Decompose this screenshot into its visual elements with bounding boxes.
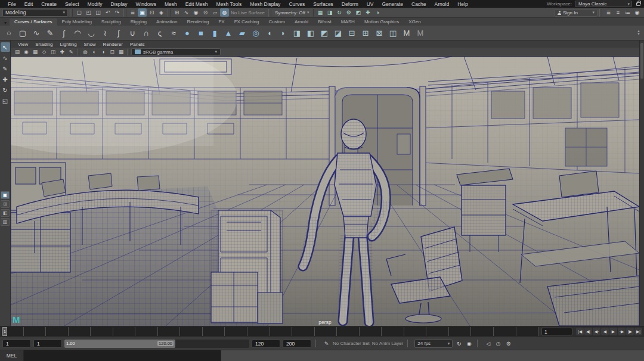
render-current-frame-icon[interactable]: ◨	[325, 8, 334, 17]
command-input[interactable]	[24, 350, 221, 361]
shelf-tab-xgen[interactable]: XGen	[404, 18, 425, 26]
undo-icon[interactable]: ↶	[103, 8, 112, 17]
insert-isoparms-icon[interactable]: ◫	[386, 26, 400, 39]
tool-settings-toggle-icon[interactable]: ≡	[614, 8, 623, 17]
select-tool[interactable]: ↖	[1, 42, 10, 52]
select-by-component-icon[interactable]: ⊡	[147, 8, 156, 17]
time-slider-tick[interactable]	[247, 327, 270, 336]
camera-attributes-icon[interactable]: ▦	[31, 48, 39, 55]
loft-icon[interactable]: ◗	[277, 26, 290, 39]
render-settings-icon[interactable]: ⚙	[344, 8, 353, 17]
time-slider-tick[interactable]	[270, 327, 293, 336]
time-slider-tick[interactable]	[449, 327, 472, 336]
smooth-shade-icon[interactable]: ◐	[90, 48, 98, 55]
curve-fillet-icon[interactable]: ≀	[98, 26, 112, 39]
attach-curves-icon[interactable]: ∫	[112, 26, 125, 39]
panel-menu-panels[interactable]: Panels	[126, 42, 148, 47]
go-to-start-button[interactable]: |◀	[576, 328, 584, 335]
step-forward-frame-button[interactable]: |▶	[626, 328, 634, 335]
birail-icon[interactable]: ◩	[318, 26, 331, 39]
snap-to-curve-icon[interactable]: ∿	[182, 8, 191, 17]
shadows-icon[interactable]: ▦	[117, 48, 125, 55]
mash-editor-icon[interactable]: M	[414, 26, 427, 39]
extrude-icon[interactable]: ◧	[304, 26, 317, 39]
step-back-frame-button[interactable]: ◀|	[584, 328, 592, 335]
anim-end-field[interactable]: 200	[283, 340, 311, 348]
shelf-tab-rendering[interactable]: Rendering	[182, 18, 213, 26]
viewport-scrollbar[interactable]	[639, 41, 644, 326]
step-forward-key-button[interactable]: ·▶	[618, 328, 626, 335]
layout-single-pane[interactable]: ▣	[1, 191, 10, 199]
range-slider-trough[interactable]: 1.00 120.00	[64, 340, 249, 348]
shelf-tab-sculpting[interactable]: Sculpting	[97, 18, 126, 26]
loop-playback-icon[interactable]: ↻	[455, 341, 463, 347]
planar-icon[interactable]: ◨	[290, 26, 304, 39]
time-slider-tick[interactable]	[315, 327, 338, 336]
detach-curves-icon[interactable]: ∪	[126, 26, 139, 39]
menu-set-dropdown[interactable]: Modeling ▾	[2, 9, 68, 17]
time-slider-tick[interactable]	[337, 327, 360, 336]
menu-create[interactable]: Create	[37, 1, 61, 7]
nurbs-torus-icon[interactable]: ◎	[249, 26, 262, 39]
playback-start-field[interactable]: 1	[2, 340, 31, 348]
extend-curve-icon[interactable]: ς	[153, 26, 166, 39]
make-live-icon[interactable]: ◍	[220, 8, 229, 17]
layout-four-view[interactable]: ⊞	[1, 200, 10, 208]
menu-windows[interactable]: Windows	[131, 1, 160, 7]
menu-modify[interactable]: Modify	[83, 1, 107, 7]
time-slider-tick[interactable]	[360, 327, 382, 336]
auto-keyframe-icon[interactable]: ◉	[465, 341, 473, 347]
lasso-select-tool[interactable]: ∿	[1, 53, 10, 63]
viewport-canvas[interactable]: persp M	[11, 57, 639, 326]
character-set-pencil-icon[interactable]: ✎	[323, 341, 330, 347]
current-frame-marker[interactable]: 1	[2, 327, 7, 336]
time-slider-tick[interactable]	[426, 327, 449, 336]
open-close-surfaces-icon[interactable]: ⊠	[373, 26, 386, 39]
animation-prefs-icon[interactable]: ◷	[494, 341, 502, 347]
menu-mesh-tools[interactable]: Mesh Tools	[212, 1, 246, 7]
panel-menu-view[interactable]: View	[14, 42, 32, 47]
time-slider-tick[interactable]	[24, 327, 47, 336]
anim-start-field[interactable]: 1	[33, 340, 62, 348]
new-scene-icon[interactable]: ▢	[75, 8, 83, 17]
snap-to-point-icon[interactable]: ◉	[191, 8, 200, 17]
time-slider-tick[interactable]	[225, 327, 247, 336]
select-by-hierarchy-icon[interactable]: ≣	[128, 8, 137, 17]
shelf-scroll-arrows[interactable]: ▲▼	[637, 30, 642, 36]
hypershade-icon[interactable]: ◩	[354, 8, 363, 17]
attribute-editor-toggle-icon[interactable]: ≣	[604, 8, 613, 17]
shelf-tab-fx-caching[interactable]: FX Caching	[230, 18, 264, 26]
toon-outline-icon[interactable]: ◑	[373, 8, 382, 17]
time-slider-tick[interactable]	[404, 327, 427, 336]
menu-file[interactable]: File	[4, 1, 20, 7]
three-point-arc-icon[interactable]: ◠	[71, 26, 84, 39]
layout-outliner[interactable]: ▥	[1, 218, 10, 226]
revolve-icon[interactable]: ◖	[263, 26, 276, 39]
menu-edit-mesh[interactable]: Edit Mesh	[181, 1, 212, 7]
time-slider-tick[interactable]	[46, 327, 69, 336]
panel-menu-show[interactable]: Show	[80, 42, 100, 47]
rotate-tool[interactable]: ↻	[1, 85, 10, 95]
shelf-tab-custom[interactable]: Custom	[264, 18, 290, 26]
workspace-dropdown[interactable]: Maya Classic ▾	[575, 1, 632, 7]
two-d-pan-zoom-icon[interactable]: ✚	[58, 48, 66, 55]
shelf-menu-icon[interactable]: ▾	[1, 20, 10, 26]
shelf-tab-animation[interactable]: Animation	[151, 18, 182, 26]
nurbs-circle-icon[interactable]: ○	[2, 26, 16, 39]
move-tool[interactable]: ✚	[1, 74, 10, 84]
insert-knot-icon[interactable]: ∩	[140, 26, 153, 39]
menu-surfaces[interactable]: Surfaces	[309, 1, 338, 7]
symmetry-dropdown[interactable]: Symmetry: Off	[273, 10, 307, 15]
lock-camera-icon[interactable]: ◉	[22, 48, 30, 55]
panel-menu-shading[interactable]: Shading	[32, 42, 56, 47]
render-view-icon[interactable]: ▦	[315, 8, 324, 17]
time-slider-tick[interactable]	[203, 327, 225, 336]
time-slider-tick[interactable]	[471, 327, 494, 336]
nurbs-cylinder-icon[interactable]: ▮	[208, 26, 221, 39]
menu-cache[interactable]: Cache	[407, 1, 431, 7]
image-plane-icon[interactable]: ◫	[49, 48, 57, 55]
command-language-toggle[interactable]: MEL	[0, 350, 24, 361]
use-all-lights-icon[interactable]: ⊡	[108, 48, 116, 55]
ipr-render-icon[interactable]: ↻	[335, 8, 343, 17]
grease-pencil-icon[interactable]: ✎	[67, 48, 75, 55]
